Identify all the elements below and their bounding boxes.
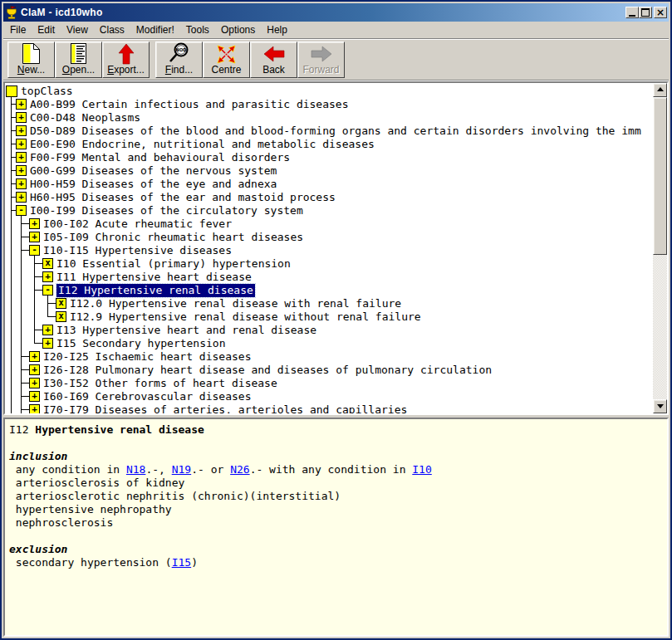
- menu-item-edit[interactable]: Edit: [32, 22, 61, 38]
- toolbar-button-centre[interactable]: Centre: [203, 42, 250, 78]
- tree-connector-line: [11, 197, 16, 198]
- tree-row: +I05-I09 Chronic rheumatic heart disease…: [5, 231, 653, 244]
- tree-node-label[interactable]: I20-I25 Ischaemic heart diseases: [43, 350, 251, 364]
- menu-item-help[interactable]: Help: [261, 22, 293, 38]
- detail-line: hypertensive nephropathy: [9, 503, 663, 516]
- minimize-button[interactable]: [625, 7, 639, 18]
- open-document-icon: [70, 42, 87, 65]
- scrollbar-thumb[interactable]: [653, 97, 667, 255]
- tree-connector-line: [34, 256, 35, 344]
- tree-expand-toggle[interactable]: +: [16, 112, 27, 123]
- tree-expand-toggle[interactable]: +: [29, 404, 40, 413]
- tree-connector-line: [21, 223, 29, 224]
- menu-item-view[interactable]: View: [61, 22, 94, 38]
- tree-expand-toggle[interactable]: +: [16, 165, 27, 176]
- tree-node-label[interactable]: I60-I69 Cerebrovascular diseases: [43, 390, 251, 403]
- tree-row: +G00-G99 Diseases of the nervous system: [5, 164, 653, 178]
- tree-expand-toggle[interactable]: +: [29, 391, 40, 402]
- tree-expand-toggle[interactable]: -: [42, 285, 53, 296]
- toolbar-button-export[interactable]: Export...: [102, 42, 150, 78]
- menu-item-class[interactable]: Class: [94, 22, 130, 38]
- tree-expand-toggle[interactable]: -: [16, 205, 27, 216]
- tree-node-label[interactable]: I05-I09 Chronic rheumatic heart diseases: [43, 231, 303, 244]
- detail-line: nephrosclerosis: [9, 516, 663, 530]
- tree-node-label[interactable]: I10-I15 Hypertensive diseases: [43, 244, 232, 257]
- maximize-button[interactable]: [639, 7, 652, 18]
- tree-connector-line: [11, 104, 16, 105]
- tree-node-label[interactable]: topClass: [21, 85, 73, 98]
- tree-row: +I20-I25 Ischaemic heart diseases: [5, 350, 653, 364]
- scroll-up-button[interactable]: [653, 83, 667, 97]
- menu-bar: FileEditViewClassModifier!ToolsOptionsHe…: [3, 22, 669, 38]
- tree-expand-toggle[interactable]: +: [42, 325, 53, 335]
- tree-node-label[interactable]: C00-D48 Neoplasms: [30, 111, 140, 125]
- tree-expand-toggle[interactable]: +: [42, 338, 53, 349]
- tree-expand-toggle[interactable]: +: [16, 178, 27, 189]
- menu-item-options[interactable]: Options: [215, 22, 261, 38]
- tree-scrollbar[interactable]: [653, 83, 667, 413]
- tree-node-label[interactable]: E00-E90 Endocrine, nutritional and metab…: [30, 138, 375, 151]
- tree-row: xI12.0 Hypertensive renal disease with r…: [5, 297, 653, 310]
- tree-node-label[interactable]: A00-B99 Certain infectious and parasitic…: [30, 98, 349, 111]
- tree-expand-toggle[interactable]: +: [16, 152, 27, 163]
- scroll-down-button[interactable]: [653, 399, 667, 413]
- tree-node-label[interactable]: G00-G99 Diseases of the nervous system: [30, 164, 277, 178]
- tree-expand-toggle[interactable]: +: [16, 192, 27, 203]
- tree-connector-line: [34, 343, 42, 344]
- title-bar[interactable]: ClaM - icd10who ×: [3, 3, 669, 22]
- toolbar-button-forward[interactable]: Forward: [297, 42, 345, 78]
- tree-row: xI10 Essential (primary) hypertension: [5, 257, 653, 271]
- toolbar-button-back[interactable]: Back: [250, 42, 297, 78]
- toolbar-button-new[interactable]: New...: [7, 42, 55, 78]
- svg-text:NOD: NOD: [175, 47, 187, 52]
- menu-item-file[interactable]: File: [4, 22, 32, 38]
- tree-node-label[interactable]: I70-I79 Diseases of arteries, arterioles…: [43, 403, 407, 413]
- tree-connector-line: [21, 409, 29, 410]
- menu-item-modifier[interactable]: Modifier!: [130, 22, 180, 38]
- detail-title: Hypertensive renal disease: [35, 423, 204, 436]
- code-link[interactable]: N19: [172, 463, 191, 476]
- tree-expand-toggle[interactable]: +: [16, 125, 27, 136]
- tree-expand-toggle[interactable]: +: [29, 364, 40, 375]
- tree-expand-toggle[interactable]: +: [29, 232, 40, 242]
- tree-node-label[interactable]: I11 Hypertensive heart disease: [56, 271, 252, 284]
- tree-node-label[interactable]: H60-H95 Diseases of the ear and mastoid …: [30, 191, 336, 204]
- code-link[interactable]: I15: [172, 556, 191, 569]
- tree-expand-toggle[interactable]: +: [29, 351, 40, 362]
- classification-tree-pane: topClass+A00-B99 Certain infectious and …: [3, 81, 669, 415]
- tree-expand-toggle[interactable]: +: [42, 271, 53, 282]
- tree-node-label-selected[interactable]: I12 Hypertensive renal disease: [56, 284, 255, 297]
- code-link[interactable]: N18: [126, 463, 145, 476]
- code-link[interactable]: I10: [412, 463, 431, 476]
- tree-node-label[interactable]: I12.9 Hypertensive renal disease without…: [70, 310, 421, 324]
- tree-node-label[interactable]: I00-I99 Diseases of the circulatory syst…: [30, 204, 303, 217]
- toolbar-button-find[interactable]: NODFind...: [155, 42, 203, 78]
- tree-node-label[interactable]: I00-I02 Acute rheumatic fever: [43, 217, 232, 231]
- tree-node-label[interactable]: I15 Secondary hypertension: [56, 337, 226, 350]
- tree-expand-toggle[interactable]: +: [29, 218, 40, 229]
- tree-node-label[interactable]: I12.0 Hypertensive renal disease with re…: [70, 297, 401, 310]
- tree-node-label[interactable]: D50-D89 Diseases of the blood and blood-…: [30, 125, 641, 138]
- tree-connector-line: [21, 250, 29, 251]
- tree-node-label[interactable]: I13 Hypertensive heart and renal disease: [56, 324, 316, 337]
- tree-node-label[interactable]: H00-H59 Diseases of the eye and adnexa: [30, 178, 277, 191]
- tree-node-label[interactable]: I10 Essential (primary) hypertension: [56, 257, 291, 271]
- tree-expand-toggle[interactable]: +: [16, 99, 27, 110]
- tree-expand-toggle[interactable]: +: [29, 378, 40, 388]
- detail-section-heading: inclusion: [9, 450, 663, 463]
- tree-node-label[interactable]: I30-I52 Other forms of heart disease: [43, 377, 277, 390]
- scroll-up-arrow-icon: [657, 87, 664, 91]
- code-link[interactable]: N26: [230, 463, 249, 476]
- close-button[interactable]: ×: [654, 7, 667, 18]
- tree-expand-toggle[interactable]: -: [29, 245, 40, 256]
- menu-item-tools[interactable]: Tools: [180, 22, 215, 38]
- tree-row: +D50-D89 Diseases of the blood and blood…: [5, 125, 653, 138]
- tree-row: +I26-I28 Pulmonary heart disease and dis…: [5, 364, 653, 377]
- tree-row: +H60-H95 Diseases of the ear and mastoid…: [5, 191, 653, 204]
- tree-connector-line: [21, 216, 22, 413]
- tree-expand-toggle[interactable]: +: [16, 139, 27, 149]
- tree-node-label[interactable]: F00-F99 Mental and behavioural disorders: [30, 151, 290, 164]
- tree-node-label[interactable]: I26-I28 Pulmonary heart disease and dise…: [43, 364, 492, 377]
- toolbar-button-label: Back: [262, 65, 285, 76]
- toolbar-button-open[interactable]: Open...: [55, 42, 102, 78]
